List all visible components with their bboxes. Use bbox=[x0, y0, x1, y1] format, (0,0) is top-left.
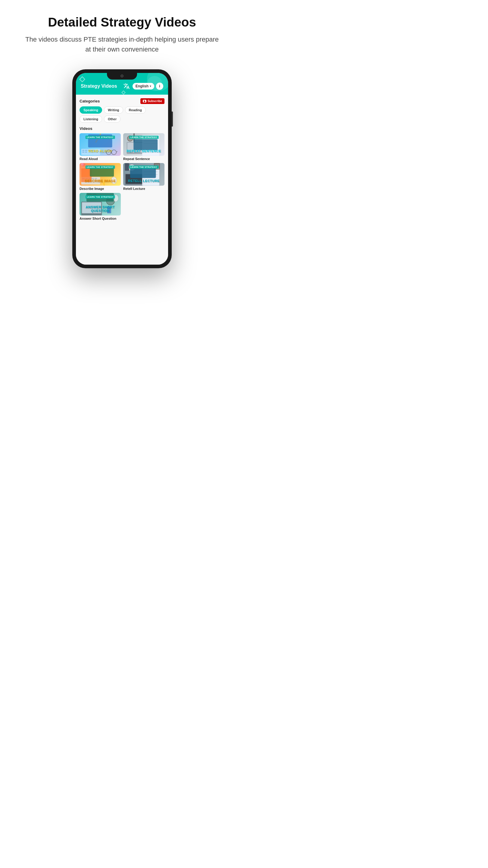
video-title-describe-image: Describe Image bbox=[79, 187, 121, 190]
content-area: Categories Subscribe Speaking Writing Re… bbox=[76, 95, 168, 265]
header-controls: English ▾ i bbox=[122, 82, 163, 90]
video-thumbnail-repeat-sentence: LEARN THE STRATEGY REPEAT SENTENCE bbox=[123, 133, 164, 156]
thumb-bg-repeat-sentence: LEARN THE STRATEGY REPEAT SENTENCE bbox=[123, 133, 164, 156]
camera bbox=[121, 74, 124, 78]
info-button[interactable]: i bbox=[156, 83, 163, 90]
video-grid: LEARN THE STRATEGY READ ALOUD Read Aloud bbox=[79, 133, 164, 224]
subscribe-button[interactable]: Subscribe bbox=[140, 98, 164, 104]
chevron-down-icon: ▾ bbox=[150, 85, 151, 88]
categories-header: Categories Subscribe bbox=[79, 98, 164, 104]
app-title: Strategy Videos bbox=[81, 84, 117, 89]
answer-short-question-main-text: ANSWER SHORT QUESTION bbox=[79, 205, 121, 213]
video-thumbnail-read-aloud: LEARN THE STRATEGY READ ALOUD bbox=[79, 133, 121, 156]
video-item-retell-lecture[interactable]: LEARN THE STRATEGY RETELL LECTURE Retell… bbox=[123, 163, 164, 190]
chip-other[interactable]: Other bbox=[104, 116, 121, 123]
phone-device: Strategy Videos English ▾ i bbox=[72, 69, 172, 268]
video-title-repeat-sentence: Repeat Sentence bbox=[123, 157, 164, 161]
video-thumbnail-answer-short-question: LEARN THE STRATEGY ANSWER SHORT QUESTION bbox=[79, 193, 121, 216]
svg-rect-50 bbox=[130, 167, 156, 178]
repeat-sentence-badge: LEARN THE STRATEGY bbox=[129, 135, 159, 139]
thumb-bg-answer-short-question: LEARN THE STRATEGY ANSWER SHORT QUESTION bbox=[79, 193, 121, 216]
video-title-retell-lecture: Retell Lecture bbox=[123, 187, 164, 190]
thumb-bg-retell-lecture: LEARN THE STRATEGY RETELL LECTURE bbox=[123, 163, 164, 186]
svg-rect-49 bbox=[125, 163, 129, 170]
read-aloud-main-text: READ ALOUD bbox=[79, 149, 121, 153]
read-aloud-badge: LEARN THE STRATEGY bbox=[85, 135, 115, 139]
page-title: Detailed Strategy Videos bbox=[24, 15, 220, 30]
video-item-read-aloud[interactable]: LEARN THE STRATEGY READ ALOUD Read Aloud bbox=[79, 133, 121, 161]
phone-notch bbox=[107, 73, 137, 80]
video-item-answer-short-question[interactable]: LEARN THE STRATEGY ANSWER SHORT QUESTION… bbox=[79, 193, 121, 220]
video-title-read-aloud: Read Aloud bbox=[79, 157, 121, 161]
translate-icon[interactable] bbox=[122, 82, 131, 90]
thumb-bg-read-aloud: LEARN THE STRATEGY READ ALOUD bbox=[79, 133, 121, 156]
chip-reading[interactable]: Reading bbox=[125, 106, 146, 114]
video-thumbnail-describe-image: LEARN THE STRATEGY DESCRIBE IMAGE bbox=[79, 163, 121, 186]
page-subtitle: The videos discuss PTE strategies in-dep… bbox=[24, 34, 220, 54]
describe-image-badge: LEARN THE STRATEGY bbox=[85, 165, 115, 169]
videos-title: Videos bbox=[79, 126, 164, 131]
diamond-decoration-2 bbox=[121, 90, 126, 95]
video-title-answer-short-question: Answer Short Question bbox=[79, 217, 121, 220]
svg-rect-24 bbox=[133, 139, 158, 150]
header-section: Detailed Strategy Videos The videos disc… bbox=[0, 0, 244, 63]
diamond-decoration-1 bbox=[79, 76, 85, 82]
repeat-sentence-main-text: REPEAT SENTENCE bbox=[123, 149, 164, 153]
category-chips: Speaking Writing Reading Listening Other bbox=[79, 106, 164, 123]
subscribe-label: Subscribe bbox=[148, 99, 162, 103]
answer-short-question-badge: LEARN THE STRATEGY bbox=[85, 195, 115, 198]
retell-lecture-main-text: RETELL LECTURE bbox=[123, 179, 164, 183]
retell-lecture-badge: LEARN THE STRATEGY bbox=[129, 165, 159, 169]
youtube-icon bbox=[143, 100, 147, 102]
chip-listening[interactable]: Listening bbox=[79, 116, 102, 123]
thumb-bg-describe-image: LEARN THE STRATEGY DESCRIBE IMAGE bbox=[79, 163, 121, 186]
describe-image-main-text: DESCRIBE IMAGE bbox=[79, 179, 121, 183]
phone-wrapper: Strategy Videos English ▾ i bbox=[0, 63, 244, 280]
language-selector[interactable]: English ▾ bbox=[133, 83, 154, 90]
chip-writing[interactable]: Writing bbox=[104, 106, 123, 114]
video-item-repeat-sentence[interactable]: LEARN THE STRATEGY REPEAT SENTENCE Repea… bbox=[123, 133, 164, 161]
categories-title: Categories bbox=[79, 99, 100, 103]
phone-screen: Strategy Videos English ▾ i bbox=[76, 73, 168, 265]
video-thumbnail-retell-lecture: LEARN THE STRATEGY RETELL LECTURE bbox=[123, 163, 164, 186]
volume-button bbox=[172, 112, 173, 127]
video-item-describe-image[interactable]: LEARN THE STRATEGY DESCRIBE IMAGE Descri… bbox=[79, 163, 121, 190]
chip-speaking[interactable]: Speaking bbox=[79, 106, 102, 114]
language-label: English bbox=[135, 84, 149, 88]
